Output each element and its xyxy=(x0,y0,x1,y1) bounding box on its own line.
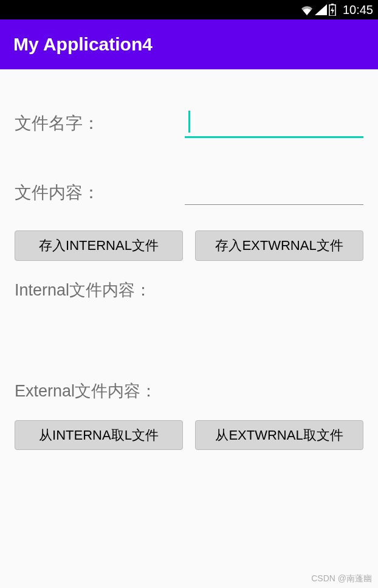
load-external-button[interactable]: 从EXTWRNAL取文件 xyxy=(195,420,363,451)
content-input[interactable] xyxy=(185,181,363,205)
save-external-button[interactable]: 存入EXTWRNAL文件 xyxy=(195,230,363,261)
content-label: 文件内容： xyxy=(15,181,173,204)
app-bar: My Application4 xyxy=(0,19,378,69)
app-title: My Application4 xyxy=(13,34,153,55)
status-icons xyxy=(300,4,337,16)
save-internal-button[interactable]: 存入INTERNAL文件 xyxy=(15,230,183,261)
save-button-row: 存入INTERNAL文件 存入EXTWRNAL文件 xyxy=(15,230,363,261)
signal-icon xyxy=(315,4,327,15)
status-time: 10:45 xyxy=(343,3,373,17)
text-cursor xyxy=(188,111,190,133)
watermark: CSDN @南蓬幽 xyxy=(311,573,372,584)
content-row: 文件内容： xyxy=(15,181,363,205)
battery-icon xyxy=(328,4,337,16)
filename-label: 文件名字： xyxy=(15,112,173,135)
svg-rect-1 xyxy=(331,4,334,5)
filename-row: 文件名字： xyxy=(15,108,363,138)
content-area: 文件名字： 文件内容： 存入INTERNAL文件 存入EXTWRNAL文件 In… xyxy=(0,69,378,450)
load-internal-button[interactable]: 从INTERNA取L文件 xyxy=(15,420,183,451)
status-bar: 10:45 xyxy=(0,0,378,19)
filename-input[interactable] xyxy=(185,108,363,138)
internal-content-label: Internal文件内容： xyxy=(15,279,363,301)
wifi-icon xyxy=(300,4,314,15)
external-content-label: External文件内容： xyxy=(15,380,363,402)
load-button-row: 从INTERNA取L文件 从EXTWRNAL取文件 xyxy=(15,420,363,451)
